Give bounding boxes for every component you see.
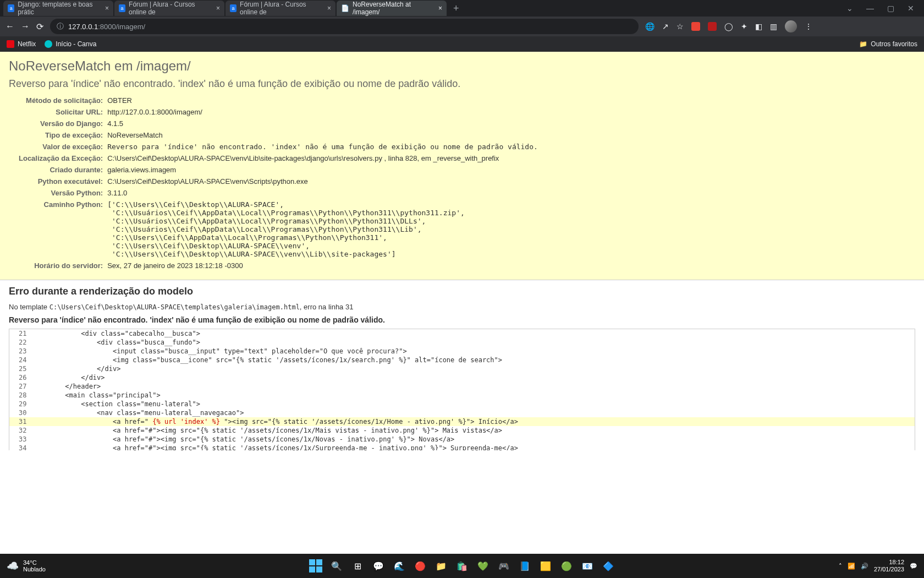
file-icon: 📄 xyxy=(341,4,349,12)
teams-icon[interactable]: 💬 xyxy=(371,558,386,574)
translate-icon[interactable]: 🌐 xyxy=(645,22,654,31)
info-label: Solicitar URL: xyxy=(19,107,106,117)
code-content: </div> xyxy=(31,364,915,373)
sidepanel-icon[interactable]: ◧ xyxy=(755,22,762,31)
search-icon[interactable]: 🔍 xyxy=(329,558,344,574)
extension-icon[interactable] xyxy=(708,22,717,31)
info-value: http://127.0.0.1:8000/imagem/ xyxy=(107,107,538,117)
tab-error-active[interactable]: 📄NoReverseMatch at /imagem/× xyxy=(337,1,447,16)
reading-list-icon[interactable]: ▥ xyxy=(770,22,777,31)
back-button[interactable]: ← xyxy=(6,21,14,31)
menu-icon[interactable]: ⋮ xyxy=(805,22,812,31)
discord-icon[interactable]: 🎮 xyxy=(496,558,512,574)
mail-icon[interactable]: 📧 xyxy=(580,558,595,574)
line-number: 34 xyxy=(9,444,31,450)
star-icon[interactable]: ☆ xyxy=(676,22,684,31)
code-line: 30 <nav class="menu-lateral__navegacao"> xyxy=(9,408,915,417)
code-line: 29 <section class="menu-lateral"> xyxy=(9,400,915,408)
line-number: 21 xyxy=(9,329,31,339)
info-label: Tipo de exceção: xyxy=(19,130,106,140)
start-button[interactable] xyxy=(308,558,323,574)
info-value: 4.1.5 xyxy=(107,118,538,129)
temperature: 34°C xyxy=(23,559,46,566)
bookmark-canva[interactable]: Início - Canva xyxy=(45,40,96,48)
new-tab-button[interactable]: + xyxy=(448,3,465,14)
store-icon[interactable]: 🛍️ xyxy=(454,558,470,574)
spotify-icon[interactable]: 🟢 xyxy=(559,558,574,574)
info-label: Python executável: xyxy=(19,176,106,187)
code-line: 25 </div> xyxy=(9,364,915,373)
tab-alura1[interactable]: aFórum | Alura - Cursos online de× xyxy=(114,1,224,16)
windows-taskbar: ☁️ 34°C Nublado 🔍 ⊞ 💬 🌊 🔴 📁 🛍️ 💚 🎮 📘 🟨 🟢… xyxy=(0,554,924,578)
info-value: galeria.views.imagem xyxy=(107,165,538,175)
address-bar[interactable]: ⓘ 127.0.0.1:8000/imagem/ xyxy=(50,19,639,34)
folder-icon: 📁 xyxy=(859,40,867,48)
line-number: 25 xyxy=(9,364,31,373)
error-title: NoReverseMatch em /imagem/ xyxy=(9,58,915,74)
whatsapp-icon[interactable]: 💚 xyxy=(475,558,491,574)
maximize-button[interactable]: ▢ xyxy=(881,4,901,13)
tray-chevron-icon[interactable]: ˄ xyxy=(839,563,842,570)
canva-icon xyxy=(45,40,52,48)
line-number: 26 xyxy=(9,373,31,382)
share-icon[interactable]: ↗ xyxy=(662,22,669,31)
url-host: 127.0.0.1 xyxy=(68,23,98,31)
bookmarks-bar: Netflix Início - Canva 📁Outros favoritos xyxy=(0,36,924,52)
bookmark-netflix[interactable]: Netflix xyxy=(7,40,36,48)
app-icon[interactable]: 🟨 xyxy=(538,558,553,574)
info-label: Versão do Django: xyxy=(19,118,106,129)
wifi-icon[interactable]: 📶 xyxy=(848,563,855,570)
line-number: 24 xyxy=(9,356,31,364)
code-content: <a href="#"><img src="{% static '/assets… xyxy=(31,444,915,450)
info-value: C:\Users\Ceif\Desktop\ALURA-SPACE\venv\S… xyxy=(107,176,538,187)
date: 27/01/2023 xyxy=(874,566,904,573)
word-icon[interactable]: 📘 xyxy=(517,558,532,574)
taskview-icon[interactable]: ⊞ xyxy=(350,558,365,574)
forward-button[interactable]: → xyxy=(21,21,30,31)
tab-title: Fórum | Alura - Cursos online de xyxy=(240,1,322,16)
extensions-icon[interactable]: ✦ xyxy=(741,22,747,31)
clock[interactable]: 18:12 27/01/2023 xyxy=(874,559,904,573)
edge-icon[interactable]: 🌊 xyxy=(392,558,407,574)
other-bookmarks[interactable]: 📁Outros favoritos xyxy=(859,40,917,48)
info-value: ['C:\\Users\\Ceif\\Desktop\\ALURA-SPACE'… xyxy=(107,199,538,259)
tab-django[interactable]: aDjango: templates e boas prátic× xyxy=(3,1,113,16)
profile-avatar[interactable] xyxy=(785,20,797,32)
chevron-down-icon[interactable]: ⌄ xyxy=(840,4,860,13)
info-value: Reverso para 'índice' não encontrado. 'i… xyxy=(107,141,538,152)
code-content: </header> xyxy=(31,382,915,391)
line-number: 27 xyxy=(9,382,31,391)
error-info-table: Método de solicitação:OBTER Solicitar UR… xyxy=(18,94,539,272)
code-line: 27 </header> xyxy=(9,382,915,391)
error-summary: NoReverseMatch em /imagem/ Reverso para … xyxy=(0,52,924,280)
chrome-icon[interactable]: 🔴 xyxy=(413,558,428,574)
tab-title: Fórum | Alura - Cursos online de xyxy=(129,1,211,16)
line-number: 31 xyxy=(9,417,31,426)
info-icon[interactable]: ⓘ xyxy=(57,21,64,31)
weather-widget[interactable]: ☁️ 34°C Nublado xyxy=(7,559,46,572)
notifications-icon[interactable]: 💬 xyxy=(910,563,917,570)
template-path: C:\Users\Ceif\Desktop\ALURA-SPACE\templa… xyxy=(50,303,300,311)
code-line: 22 <div class="busca__fundo"> xyxy=(9,338,915,347)
info-label: Método de solicitação: xyxy=(19,95,106,106)
line-number: 22 xyxy=(9,338,31,347)
cloud-icon: ☁️ xyxy=(7,560,19,572)
close-icon[interactable]: × xyxy=(216,4,220,12)
close-icon[interactable]: × xyxy=(438,4,442,12)
code-content: <section class="menu-lateral"> xyxy=(31,400,915,408)
code-listing: 21 <div class="cabecalho__busca">22 <div… xyxy=(9,329,915,450)
info-label: Caminho Python: xyxy=(19,199,106,259)
volume-icon[interactable]: 🔊 xyxy=(861,563,868,570)
extension-icon[interactable] xyxy=(691,22,700,31)
close-icon[interactable]: × xyxy=(105,4,109,12)
close-button[interactable]: ✕ xyxy=(901,4,921,13)
tab-alura2[interactable]: aFórum | Alura - Cursos online de× xyxy=(226,1,336,16)
minimize-button[interactable]: — xyxy=(860,4,881,13)
explorer-icon[interactable]: 📁 xyxy=(433,558,449,574)
vscode-icon[interactable]: 🔷 xyxy=(601,558,616,574)
info-value: NoReverseMatch xyxy=(107,130,538,140)
reload-button[interactable]: ⟳ xyxy=(36,21,43,32)
shield-icon[interactable]: ◯ xyxy=(724,22,733,31)
info-label: Horário do servidor: xyxy=(19,260,106,271)
close-icon[interactable]: × xyxy=(327,4,331,12)
